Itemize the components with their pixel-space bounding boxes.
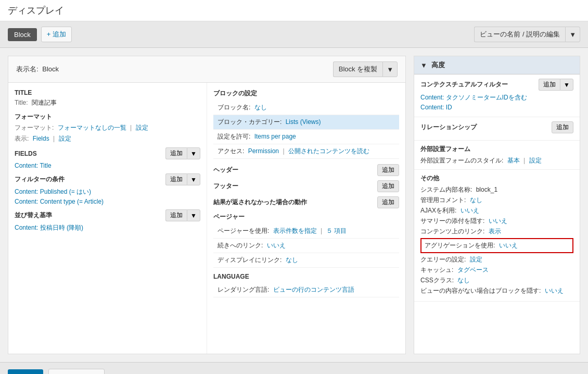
external-settings-link[interactable]: 設定 xyxy=(529,157,542,164)
format-settings-link[interactable]: 設定 xyxy=(136,124,148,131)
sort-add-button[interactable]: 追加 xyxy=(165,209,187,221)
allow-settings-row: 設定を許可: Items per page xyxy=(213,130,399,144)
query-row: クエリーの設定: 設定 xyxy=(420,255,573,264)
fields-item[interactable]: Content: Title xyxy=(15,162,52,169)
query-link[interactable]: 設定 xyxy=(470,256,482,263)
contextual-item-1[interactable]: Content: タクソノミータームIDを含む xyxy=(420,93,573,102)
display-name-label: 表示名: Block xyxy=(16,65,59,74)
pager-display-row: ディスプレイにリンク: なし xyxy=(213,253,399,268)
lang-value-link[interactable]: ビューの行のコンテンツ言語 xyxy=(273,286,354,293)
pager-section: ページャー xyxy=(213,213,399,221)
sort-add-arrow[interactable]: ▼ xyxy=(187,209,200,221)
fields-section-header: FIELDS xyxy=(15,150,37,157)
fields-add-arrow[interactable]: ▼ xyxy=(187,147,200,159)
format-link[interactable]: フォーマットなしの一覧 xyxy=(58,124,126,131)
footer-section: フッター xyxy=(213,182,238,191)
hide-empty-link[interactable]: いいえ xyxy=(545,287,564,294)
block-name-row: ブロック名: なし xyxy=(213,101,399,115)
display-label: 表示: xyxy=(15,135,29,142)
admin-comment-row: 管理用コメント: なし xyxy=(420,196,573,205)
aggregation-row: アグリゲーションを使用: いいえ xyxy=(420,238,573,253)
empty-action-section: 結果が返されなかった場合の動作 xyxy=(213,198,307,207)
pager-more-row: 続きへのリンク: いいえ xyxy=(213,239,399,253)
sort-section-header: 並び替え基準 xyxy=(15,211,52,220)
save-button[interactable]: 保存 xyxy=(8,369,43,374)
middle-column: ブロックの設定 ブロック名: なし ブロック・カテゴリー: Lists (Vie… xyxy=(207,83,405,354)
lang-row: レンダリング言語: ビューの行のコンテンツ言語 xyxy=(213,283,399,297)
bottom-bar: 保存 キャンセル xyxy=(0,362,588,374)
format-section-header: フォーマット xyxy=(15,113,200,121)
cache-row: キャッシュ: タグベース xyxy=(420,266,573,275)
pager-display-link[interactable]: なし xyxy=(286,256,298,264)
sort-item[interactable]: Content: 投稿日時 (降順) xyxy=(15,224,83,231)
triangle-icon: ▼ xyxy=(420,61,427,69)
duplicate-arrow[interactable]: ▼ xyxy=(382,61,398,77)
allow-settings-link[interactable]: Items per page xyxy=(254,133,296,140)
css-row: CSSクラス: なし xyxy=(420,276,573,285)
format-label: フォーマット: xyxy=(15,124,54,131)
cancel-button[interactable]: キャンセル xyxy=(48,369,105,374)
hide-summary-link[interactable]: いいえ xyxy=(489,217,507,225)
contextual-add-button[interactable]: 追加 xyxy=(539,79,560,91)
fields-add-button[interactable]: 追加 xyxy=(165,147,187,159)
block-name-link[interactable]: なし xyxy=(254,104,267,111)
other-section: その他 システム内部名称: block_1 管理用コメント: なし AJAXを利… xyxy=(414,170,580,302)
ajax-row: AJAXを利用: いいえ xyxy=(420,206,573,215)
duplicate-button[interactable]: Block を複製 xyxy=(333,61,382,77)
pager-more-link[interactable]: いいえ xyxy=(267,242,286,249)
relationship-add-button[interactable]: 追加 xyxy=(552,121,573,133)
contextual-filter-title: コンテクスチュアルフィルター xyxy=(420,80,508,89)
cache-link[interactable]: タグベース xyxy=(457,266,489,273)
admin-comment-link[interactable]: なし xyxy=(470,196,482,204)
aggregation-link[interactable]: いいえ xyxy=(499,242,518,249)
content-link-link[interactable]: 表示 xyxy=(489,228,501,235)
system-name-row: システム内部名称: block_1 xyxy=(420,185,573,194)
title-value: 関連記事 xyxy=(32,99,57,106)
view-name-edit-arrow[interactable]: ▼ xyxy=(565,27,580,42)
block-settings-header: ブロックの設定 xyxy=(213,89,399,98)
filter-section-header: フィルターの条件 xyxy=(15,175,65,184)
empty-action-add-button[interactable]: 追加 xyxy=(377,196,399,208)
external-form-title: 外部設置フォーム xyxy=(420,145,470,154)
display-settings-link[interactable]: 設定 xyxy=(59,135,71,142)
block-category-link[interactable]: Lists (Views) xyxy=(286,118,321,126)
language-section: LANGUAGE xyxy=(213,273,399,280)
footer-add-button[interactable]: 追加 xyxy=(377,180,399,192)
contextual-item-2[interactable]: Content: ID xyxy=(420,104,573,111)
filter-item-2[interactable]: Content: Content type (= Article) xyxy=(15,198,200,205)
external-form-section: 外部設置フォーム 外部設置フォームのスタイル: 基本 | 設定 xyxy=(414,141,580,170)
view-name-edit-button[interactable]: ビューの名前 / 説明の編集 xyxy=(474,27,565,42)
advanced-header: ▼ 高度 xyxy=(414,56,580,74)
pager-items-link[interactable]: ５ 項目 xyxy=(326,227,347,234)
title-label: Title: xyxy=(15,99,28,106)
access-link[interactable]: Permission xyxy=(248,147,279,155)
block-button[interactable]: Block xyxy=(8,28,37,41)
ajax-link[interactable]: いいえ xyxy=(461,207,479,214)
title-section-header: TITLE xyxy=(15,89,200,96)
add-button[interactable]: + 追加 xyxy=(41,27,72,42)
header-add-button[interactable]: 追加 xyxy=(377,164,399,176)
display-fields-link[interactable]: Fields xyxy=(33,135,49,142)
external-style-link[interactable]: 基本 xyxy=(507,157,520,164)
hide-summary-row: サマリーの添付を隠す: いいえ xyxy=(420,217,573,226)
relationship-title: リレーションシップ xyxy=(420,123,477,132)
content-link-row: コンテンツ上のリンク: 表示 xyxy=(420,227,573,236)
filter-add-button[interactable]: 追加 xyxy=(165,173,187,185)
filter-add-arrow[interactable]: ▼ xyxy=(187,173,200,185)
access-row: アクセス: Permission | 公開されたコンテンツを読む xyxy=(213,144,399,159)
contextual-filter-section: コンテクスチュアルフィルター 追加 ▼ Content: タクソノミータームID… xyxy=(414,74,580,117)
contextual-add-arrow[interactable]: ▼ xyxy=(560,79,573,91)
css-link[interactable]: なし xyxy=(457,277,470,284)
advanced-title: 高度 xyxy=(431,60,445,70)
header-section: ヘッダー xyxy=(213,166,238,174)
other-title: その他 xyxy=(420,174,439,183)
right-panel: ▼ 高度 コンテクスチュアルフィルター 追加 ▼ Content: タクソノミー… xyxy=(414,56,580,354)
hide-empty-row: ビューの内容がない場合はブロックを隠す: いいえ xyxy=(420,286,573,295)
block-category-row: ブロック・カテゴリー: Lists (Views) xyxy=(213,115,399,130)
filter-item-1[interactable]: Content: Published (= はい) xyxy=(15,188,200,196)
access-public-link[interactable]: 公開されたコンテンツを読む xyxy=(288,147,369,155)
relationship-section: リレーションシップ 追加 xyxy=(414,117,580,141)
page-title: ディスプレイ xyxy=(8,5,64,16)
pager-use-row: ページャーを使用: 表示件数を指定 | ５ 項目 xyxy=(213,224,399,239)
pager-use-link[interactable]: 表示件数を指定 xyxy=(273,227,317,234)
